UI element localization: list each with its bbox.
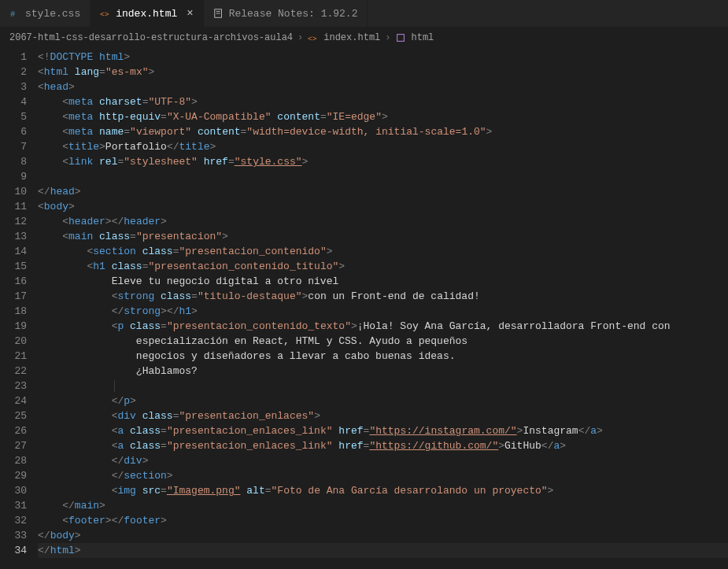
- code-area[interactable]: <!DOCTYPE html><html lang="es-mx"><head>…: [38, 48, 728, 569]
- tab-release-notes[interactable]: Release Notes: 1.92.2: [204, 0, 368, 27]
- svg-text:#: #: [10, 9, 15, 19]
- tab-label: Release Notes: 1.92.2: [229, 8, 358, 20]
- html-icon: <>: [100, 8, 111, 19]
- tab-label: style.css: [25, 8, 80, 20]
- svg-text:<>: <>: [100, 10, 109, 19]
- editor: 1234567891011121314151617181920212223242…: [0, 48, 728, 569]
- symbol-icon: [395, 32, 406, 43]
- chevron-right-icon: ›: [385, 32, 390, 43]
- notes-icon: [213, 8, 224, 19]
- tab-bar: # style.css <> index.html × Release Note…: [0, 0, 728, 28]
- tab-index-html[interactable]: <> index.html ×: [91, 0, 203, 27]
- tab-label: index.html: [116, 8, 177, 20]
- breadcrumb: 2067-html-css-desarrollo-estructura-arch…: [0, 28, 728, 48]
- breadcrumb-project[interactable]: 2067-html-css-desarrollo-estructura-arch…: [9, 32, 293, 43]
- svg-text:<>: <>: [308, 35, 317, 43]
- chevron-right-icon: ›: [297, 32, 303, 43]
- close-icon[interactable]: ×: [187, 7, 193, 20]
- html-icon: <>: [308, 32, 319, 43]
- css-icon: #: [9, 8, 20, 19]
- tab-style-css[interactable]: # style.css: [0, 0, 91, 27]
- line-number-gutter: 1234567891011121314151617181920212223242…: [0, 48, 38, 569]
- svg-rect-6: [397, 35, 405, 42]
- breadcrumb-file[interactable]: index.html: [323, 32, 380, 43]
- breadcrumb-symbol[interactable]: html: [411, 32, 434, 43]
